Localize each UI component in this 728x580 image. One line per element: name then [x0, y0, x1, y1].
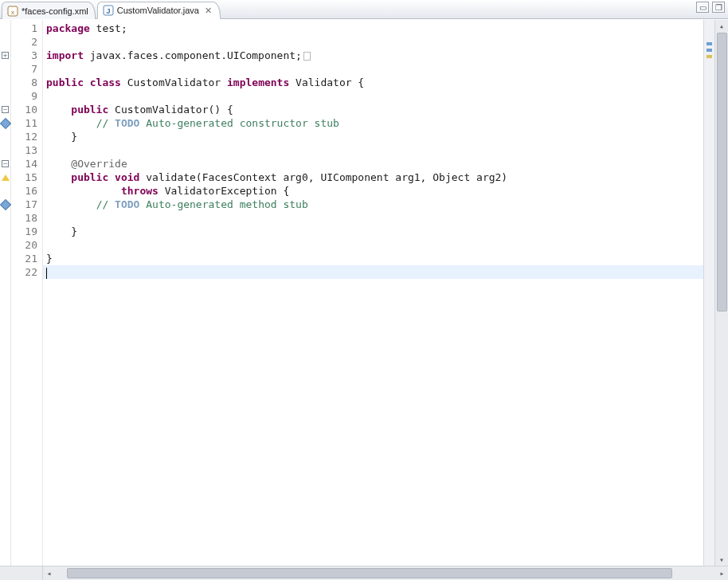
window-controls: ▭ ❐	[696, 2, 725, 13]
line-number-gutter: 1 2 3 7 8 9 10 11 12 13 14 15 16 17 18 1…	[11, 20, 43, 566]
fold-collapse-icon[interactable]: −	[2, 160, 9, 167]
line-number: 22	[11, 265, 42, 279]
line-number: 8	[11, 76, 42, 89]
line-number: 21	[11, 252, 42, 265]
line-number: 19	[11, 225, 42, 238]
line-number: 15	[11, 170, 42, 184]
overview-ruler[interactable]	[703, 20, 714, 566]
java-icon: J	[103, 5, 114, 16]
line-number: 13	[11, 143, 42, 157]
svg-text:J: J	[106, 7, 110, 15]
scroll-right-icon[interactable]: ▸	[716, 567, 728, 579]
horizontal-scroll-thumb[interactable]	[67, 568, 672, 578]
scroll-down-icon[interactable]: ▾	[716, 554, 728, 566]
vertical-scrollbar[interactable]: ▴ ▾	[714, 20, 728, 566]
line-number: 12	[11, 130, 42, 143]
overview-warning-mark[interactable]	[706, 55, 712, 58]
line-number: 1	[11, 22, 42, 35]
minimize-button[interactable]: ▭	[696, 2, 709, 13]
line-number: 18	[11, 211, 42, 225]
line-number: 14	[11, 157, 42, 170]
tab-faces-config[interactable]: x *faces-config.xml	[2, 2, 96, 19]
overview-task-mark[interactable]	[706, 42, 712, 45]
task-marker-icon[interactable]	[0, 117, 11, 128]
line-number: 2	[11, 35, 42, 49]
scroll-left-icon[interactable]: ◂	[43, 567, 55, 579]
maximize-button[interactable]: ❐	[712, 2, 725, 13]
line-number: 10	[11, 103, 42, 116]
tab-custom-validator[interactable]: J CustomValidator.java ✕	[97, 2, 221, 19]
xml-icon: x	[7, 6, 18, 17]
task-marker-icon[interactable]	[0, 198, 11, 210]
line-number: 11	[11, 116, 42, 130]
line-number: 9	[11, 89, 42, 103]
marker-column: + − −	[0, 20, 11, 566]
code-area[interactable]: package test; import javax.faces.compone…	[43, 20, 703, 566]
fold-collapse-icon[interactable]: −	[2, 106, 9, 113]
editor-tabbar: x *faces-config.xml J CustomValidator.ja…	[0, 0, 728, 19]
overview-task-mark[interactable]	[706, 49, 712, 52]
line-number: 3	[11, 49, 42, 62]
editor-container: + − − 1 2 3	[0, 19, 728, 580]
vertical-scroll-thumb[interactable]	[717, 33, 727, 312]
horizontal-scrollbar[interactable]: ◂ ▸	[0, 566, 728, 580]
line-number: 17	[11, 198, 42, 211]
warning-marker-icon[interactable]	[2, 174, 10, 181]
svg-text:x: x	[11, 9, 14, 16]
text-caret	[46, 268, 47, 279]
folded-region-icon[interactable]	[303, 52, 311, 61]
line-number: 16	[11, 184, 42, 198]
editor-workbench: x *faces-config.xml J CustomValidator.ja…	[0, 0, 728, 580]
tab-label: CustomValidator.java	[117, 6, 199, 15]
gutter-filler	[0, 566, 43, 580]
fold-expand-icon[interactable]: +	[2, 52, 9, 59]
line-number: 7	[11, 62, 42, 76]
line-number: 20	[11, 238, 42, 252]
tab-label: *faces-config.xml	[22, 6, 88, 16]
editor-body: + − − 1 2 3	[0, 20, 728, 566]
close-icon[interactable]: ✕	[204, 6, 213, 15]
scroll-up-icon[interactable]: ▴	[716, 20, 728, 32]
